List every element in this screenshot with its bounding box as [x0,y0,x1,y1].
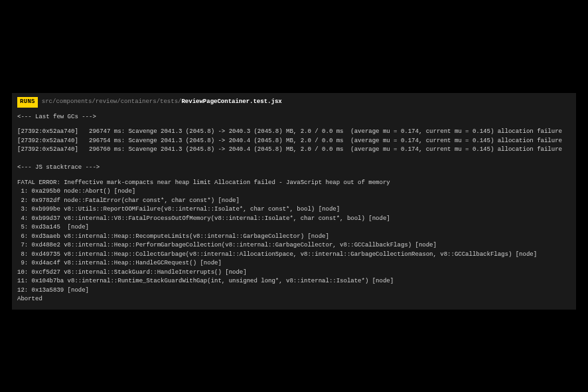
blank-line [17,155,571,164]
stack-frame: 2: 0x9782df node::FatalError(char const*… [17,197,571,206]
aborted-line: Aborted [17,295,571,304]
stack-frame: 10: 0xcf5d27 v8::internal::StackGuard::H… [17,268,571,278]
gc-log-line: [27392:0x52aa740] 296747 ms: Scavenge 20… [17,128,571,137]
fatal-error-line: FATAL ERROR: Ineffective mark-compacts n… [17,179,571,188]
stack-frame: 8: 0xd49735 v8::internal::Heap::CollectG… [17,250,571,260]
stack-frame: 6: 0xd3aaeb v8::internal::Heap::Recomput… [17,233,571,242]
gc-section-header: <--- Last few GCs ---> [17,113,571,122]
stack-frame: 4: 0xb99d37 v8::internal::V8::FatalProce… [17,215,571,224]
stacktrace-section-header: <--- JS stacktrace ---> [17,163,571,173]
stack-frame: 7: 0xd488e2 v8::internal::Heap::PerformG… [17,241,571,250]
terminal-output: RUNS src/components/review/containers/te… [12,93,576,310]
stack-frame: 3: 0xb999be v8::Utils::ReportOOMFailure(… [17,205,571,215]
stack-frame: 11: 0x104b7ba v8::internal::Runtime_Stac… [17,277,571,286]
runs-badge: RUNS [17,97,38,108]
test-path-file: ReviewPageContainer.test.jsx [181,98,281,105]
stack-frame: 9: 0xd4ac4f v8::internal::Heap::HandleGC… [17,259,571,268]
stack-frame: 5: 0xd3a145 [node] [17,223,571,233]
test-runner-header: RUNS src/components/review/containers/te… [17,97,571,108]
test-path-dir: src/components/review/containers/tests/ [42,98,182,105]
gc-log-line: [27392:0x52aa740] 296760 ms: Scavenge 20… [17,146,571,155]
blank-line [17,122,571,128]
gc-log-line: [27392:0x52aa740] 296754 ms: Scavenge 20… [17,137,571,146]
stack-frame: 12: 0x13a5839 [node] [17,286,571,296]
stack-frame: 1: 0xa295b0 node::Abort() [node] [17,187,571,197]
blank-line [17,173,571,179]
test-file-path: src/components/review/containers/tests/R… [42,98,282,107]
